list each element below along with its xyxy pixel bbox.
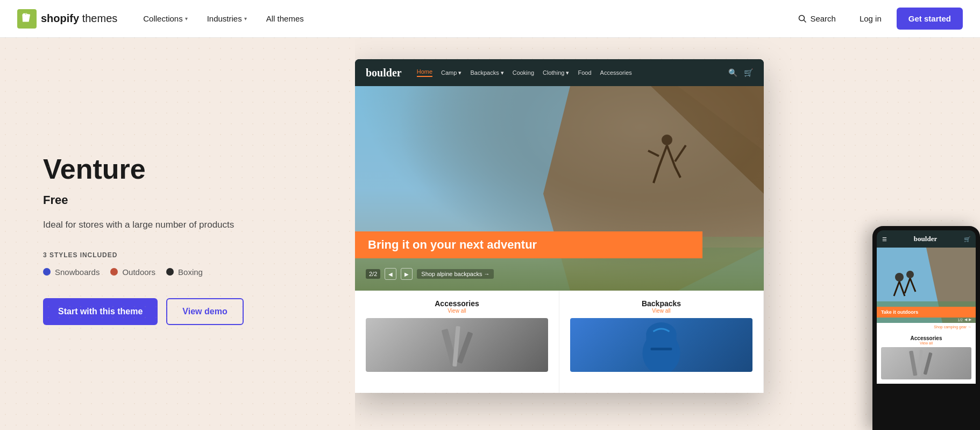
- prev-slide-button[interactable]: ◀: [385, 268, 396, 280]
- preview-logo: boulder: [366, 67, 402, 79]
- mobile-topbar: ☰ boulder 🛒: [877, 230, 976, 248]
- backpacks-link[interactable]: View all: [570, 308, 752, 314]
- slide-counter: 2/2: [366, 269, 380, 279]
- mobile-slide-counter: 1/2: [957, 318, 963, 322]
- backpack-thumbnail: [570, 318, 752, 372]
- search-icon: [798, 15, 807, 23]
- shopify-bag-icon: [17, 9, 37, 29]
- mobile-cat-image: [881, 347, 971, 379]
- preview-hero-banner: Bring it on your next adventur: [355, 231, 702, 258]
- svg-point-17: [906, 271, 914, 278]
- mobile-cart-icon: 🛒: [964, 236, 970, 242]
- search-button[interactable]: Search: [790, 10, 844, 27]
- mobile-next-btn[interactable]: ▶: [969, 318, 971, 322]
- next-slide-button[interactable]: ▶: [401, 268, 413, 280]
- backpacks-image: [570, 318, 752, 372]
- mobile-shop-link[interactable]: Shop camping gear →: [877, 323, 976, 331]
- start-theme-button[interactable]: Start with this theme: [43, 298, 158, 325]
- svg-rect-12: [647, 333, 677, 354]
- mobile-menu-icon[interactable]: ☰: [882, 236, 887, 242]
- collections-chevron-icon: ▾: [185, 16, 188, 22]
- view-demo-button[interactable]: View demo: [166, 298, 243, 325]
- accessories-thumbnail: [366, 318, 548, 372]
- accessories-link[interactable]: View all: [366, 308, 548, 314]
- preview-hero-controls: 2/2 ◀ ▶ Shop alpine backpacks →: [366, 268, 494, 280]
- style-snowboards[interactable]: Snowboards: [43, 267, 100, 277]
- nav-links: Collections ▾ Industries ▾ All themes: [134, 10, 790, 27]
- preview-nav-backpacks[interactable]: Backpacks ▾: [470, 69, 503, 76]
- boxing-dot: [166, 268, 174, 276]
- preview-topbar: boulder Home Camp ▾ Backpacks ▾ Cooking …: [355, 59, 764, 86]
- preview-search-icon: 🔍: [728, 68, 737, 77]
- svg-rect-19: [918, 350, 923, 377]
- mobile-cat-link[interactable]: View all: [881, 341, 971, 345]
- style-options: Snowboards Outdoors Boxing: [43, 267, 323, 277]
- mobile-controls: 1/2 ◀ ▶: [957, 318, 971, 322]
- industries-chevron-icon: ▾: [244, 16, 247, 22]
- hero-section: Venture Free Ideal for stores with a lar…: [0, 38, 980, 430]
- svg-line-2: [804, 20, 806, 22]
- login-link[interactable]: Log in: [853, 10, 888, 27]
- preview-nav-accessories[interactable]: Accessories: [600, 69, 632, 76]
- mobile-hero-image: Take it outdoors 1/2 ◀ ▶: [877, 248, 976, 323]
- preview-bottom-cats: Accessories View all Backpacks View all: [355, 291, 764, 393]
- outdoors-label: Outdoors: [122, 267, 155, 277]
- mobile-preview: ☰ boulder 🛒 Take it outdoors 1/2: [872, 226, 980, 430]
- preview-nav-icons: 🔍 🛒: [728, 68, 753, 77]
- climber-svg: [355, 86, 764, 291]
- navbar: shopify themes Collections ▾ Industries …: [0, 0, 980, 38]
- preview-cart-icon: 🛒: [744, 68, 753, 77]
- svg-rect-18: [909, 350, 917, 376]
- preview-nav-cooking[interactable]: Cooking: [513, 69, 534, 76]
- svg-rect-20: [924, 352, 933, 375]
- hero-buttons: Start with this theme View demo: [43, 298, 323, 325]
- nav-right: Search Log in Get started: [790, 8, 963, 30]
- logo[interactable]: shopify themes: [17, 9, 117, 29]
- preview-nav: Home Camp ▾ Backpacks ▾ Cooking Clothing…: [417, 68, 632, 77]
- preview-nav-food[interactable]: Food: [578, 69, 591, 76]
- outdoors-dot: [110, 268, 118, 276]
- svg-rect-13: [651, 348, 672, 350]
- preview-nav-home[interactable]: Home: [417, 68, 432, 77]
- accessories-title: Accessories: [366, 299, 548, 308]
- mobile-cat-title: Accessories: [881, 335, 971, 341]
- snowboards-label: Snowboards: [55, 267, 100, 277]
- hero-left: Venture Free Ideal for stores with a lar…: [0, 38, 355, 430]
- theme-description: Ideal for stores with a large number of …: [43, 218, 323, 232]
- hero-right: boulder Home Camp ▾ Backpacks ▾ Cooking …: [355, 38, 980, 430]
- svg-point-1: [799, 15, 805, 20]
- desktop-preview: boulder Home Camp ▾ Backpacks ▾ Cooking …: [355, 59, 764, 393]
- mobile-accessories-thumbnail: [881, 347, 971, 379]
- snowboards-dot: [43, 268, 51, 276]
- mobile-logo: boulder: [914, 235, 937, 243]
- style-boxing[interactable]: Boxing: [166, 267, 203, 277]
- preview-hero-image: Bring it on your next adventur 2/2 ◀ ▶ S…: [355, 86, 764, 291]
- theme-price: Free: [43, 193, 323, 207]
- preview-nav-camp[interactable]: Camp ▾: [441, 69, 461, 76]
- svg-point-6: [662, 135, 672, 145]
- svg-point-16: [895, 273, 904, 281]
- mobile-hero-banner: Take it outdoors: [877, 307, 976, 318]
- styles-label: 3 STYLES INCLUDED: [43, 251, 323, 259]
- all-themes-nav-item[interactable]: All themes: [258, 10, 313, 27]
- collections-nav-item[interactable]: Collections ▾: [134, 10, 196, 27]
- shop-link[interactable]: Shop alpine backpacks →: [417, 269, 494, 279]
- accessories-image: [366, 318, 548, 372]
- style-outdoors[interactable]: Outdoors: [110, 267, 155, 277]
- mobile-content: Accessories View all: [877, 331, 976, 384]
- preview-nav-clothing[interactable]: Clothing ▾: [543, 69, 569, 76]
- preview-cat-backpacks: Backpacks View all: [559, 291, 764, 393]
- backpacks-title: Backpacks: [570, 299, 752, 308]
- industries-nav-item[interactable]: Industries ▾: [198, 10, 255, 27]
- boxing-label: Boxing: [178, 267, 203, 277]
- theme-name: Venture: [43, 154, 323, 185]
- preview-cat-accessories: Accessories View all: [355, 291, 559, 393]
- get-started-button[interactable]: Get started: [897, 8, 963, 30]
- logo-text: shopify themes: [41, 12, 117, 25]
- mobile-prev-btn[interactable]: ◀: [964, 318, 967, 322]
